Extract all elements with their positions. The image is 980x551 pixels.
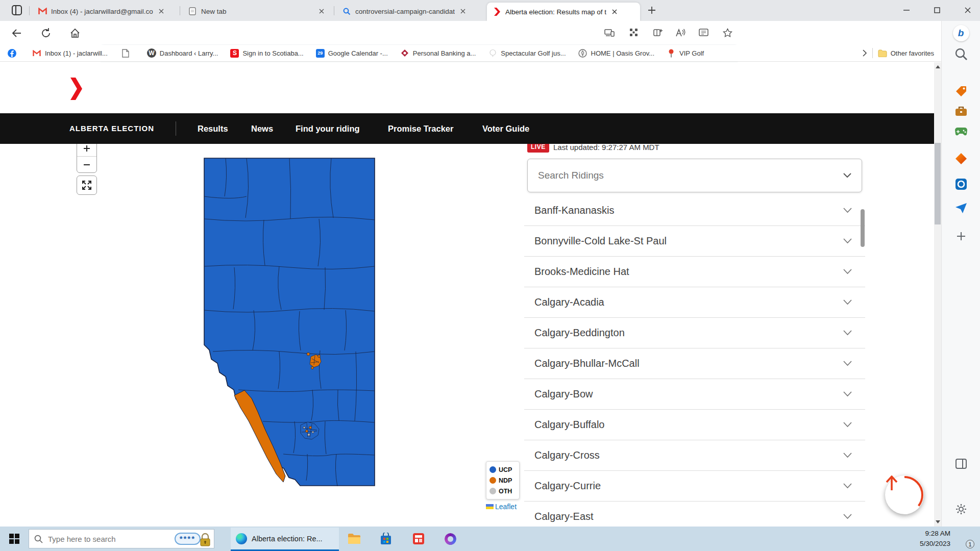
riding-row[interactable]: Calgary-Bhullar-McCall bbox=[524, 348, 865, 379]
nav-item-find-your-riding[interactable]: Find your riding bbox=[296, 124, 360, 134]
sidebar-search-icon[interactable] bbox=[954, 47, 968, 61]
bookmark-gmail-inbox[interactable]: Inbox (1) - jaclarwill... bbox=[32, 48, 108, 58]
riding-row[interactable]: Calgary-Currie bbox=[524, 471, 865, 502]
riding-row[interactable]: Banff-Kananaskis bbox=[524, 195, 865, 226]
read-aloud-icon[interactable] bbox=[675, 28, 686, 37]
sidebar-settings-gear-icon[interactable] bbox=[955, 504, 967, 515]
drop-icon[interactable] bbox=[955, 203, 967, 214]
nav-item-news[interactable]: News bbox=[251, 124, 273, 134]
m365-icon[interactable] bbox=[955, 153, 967, 165]
bookmarks-overflow-chevron[interactable] bbox=[862, 49, 867, 57]
password-widget[interactable]: **** bbox=[175, 533, 201, 545]
bookmark-spectacular-golf[interactable]: Spectacular Golf jus... bbox=[488, 48, 566, 58]
games-controller-icon[interactable] bbox=[954, 127, 968, 136]
riding-row[interactable]: Bonnyville-Cold Lake-St Paul bbox=[524, 226, 865, 257]
back-icon[interactable] bbox=[9, 26, 24, 40]
active-task-edge[interactable]: Alberta election: Re... bbox=[231, 528, 339, 551]
tab-close-icon[interactable] bbox=[157, 7, 165, 15]
scroll-to-top-button[interactable] bbox=[885, 475, 924, 514]
tab-close-icon[interactable] bbox=[459, 7, 467, 15]
new-tab-button[interactable] bbox=[647, 6, 656, 15]
bookmark-label: Inbox (1) - jaclarwill... bbox=[45, 49, 108, 57]
home-icon[interactable] bbox=[67, 26, 83, 40]
globalnews-header: Alberta election: Results map of the 202… bbox=[0, 62, 934, 113]
riding-row[interactable]: Calgary-Acadia bbox=[524, 287, 865, 318]
scrollbar-up-arrow[interactable] bbox=[934, 63, 941, 70]
browser-titlebar: Inbox (4) - jaclarwillard@gmail.co New t… bbox=[0, 0, 980, 21]
bookmark-home-oasis[interactable]: HOME | Oasis Grov... bbox=[578, 48, 654, 58]
immersive-reader-icon[interactable] bbox=[699, 28, 708, 37]
tab-actions-icon[interactable] bbox=[11, 5, 22, 16]
bookmark-blank-page[interactable] bbox=[121, 48, 134, 58]
riding-name: Banff-Kananaskis bbox=[534, 205, 614, 216]
riding-row[interactable]: Brooks-Medicine Hat bbox=[524, 257, 865, 287]
leaflet-link[interactable]: Leaflet bbox=[495, 503, 517, 511]
sidebar-panel-icon[interactable] bbox=[955, 459, 967, 469]
bookmark-facebook[interactable] bbox=[7, 48, 20, 58]
bookmark-wordpress[interactable]: W Dashboard ‹ Larry... bbox=[147, 48, 218, 58]
window-close-button[interactable] bbox=[955, 0, 980, 20]
nav-item-voter-guide[interactable]: Voter Guide bbox=[482, 124, 529, 134]
tab-close-icon[interactable] bbox=[317, 7, 326, 15]
dropdown-caret-icon[interactable] bbox=[843, 173, 851, 178]
page-scrollbar[interactable] bbox=[934, 62, 941, 527]
device-sync-icon[interactable] bbox=[604, 28, 615, 37]
other-favorites-folder[interactable]: Other favorites bbox=[878, 48, 934, 58]
loop-app-icon[interactable] bbox=[443, 532, 457, 546]
scrollbar-thumb[interactable] bbox=[935, 143, 941, 224]
zoom-in-button[interactable] bbox=[77, 144, 96, 157]
zoom-out-button[interactable] bbox=[77, 157, 96, 172]
riding-row[interactable]: Calgary-Bow bbox=[524, 379, 865, 410]
bookmark-personal-banking[interactable]: Personal Banking a... bbox=[400, 48, 476, 58]
outlook-icon[interactable] bbox=[955, 178, 967, 190]
riding-search-input[interactable] bbox=[538, 170, 834, 181]
apps-grid-icon[interactable] bbox=[629, 28, 639, 37]
briefcase-icon[interactable] bbox=[955, 106, 967, 117]
alberta-results-map[interactable] bbox=[203, 157, 376, 487]
tab-alberta-election[interactable]: Alberta election: Results map of t bbox=[487, 3, 640, 21]
news-app-icon[interactable] bbox=[411, 532, 426, 546]
file-explorer-icon[interactable] bbox=[347, 532, 361, 546]
riding-row[interactable]: Calgary-Buffalo bbox=[524, 410, 865, 440]
window-maximize-button[interactable] bbox=[925, 0, 949, 20]
tab-close-icon[interactable] bbox=[610, 8, 619, 16]
riding-row[interactable]: Calgary-Cross bbox=[524, 440, 865, 471]
nav-item-results[interactable]: Results bbox=[198, 124, 228, 134]
chevron-down-icon bbox=[843, 422, 852, 428]
window-minimize-button[interactable] bbox=[894, 0, 919, 20]
bookmark-scotiabank[interactable]: S Sign in to Scotiaba... bbox=[230, 49, 303, 58]
bing-discover-icon[interactable]: b bbox=[953, 25, 969, 41]
legend-label: OTH bbox=[499, 488, 512, 495]
bookmark-google-calendar[interactable]: 29 Google Calendar -... bbox=[316, 49, 388, 58]
taskbar-search-box[interactable]: **** bbox=[29, 529, 214, 548]
microsoft-store-icon[interactable] bbox=[379, 532, 393, 546]
bookmark-vip-golf[interactable]: VIP Golf bbox=[667, 48, 704, 58]
add-sidebar-item-icon[interactable] bbox=[956, 231, 966, 241]
map-fullscreen-button[interactable] bbox=[77, 176, 97, 195]
tab-newtab[interactable]: New tab bbox=[183, 3, 331, 20]
riding-search-box[interactable] bbox=[527, 159, 862, 192]
nav-item-promise-tracker[interactable]: Promise Tracker bbox=[388, 124, 453, 134]
last-updated-text: Last updated: 9:27:27 AM MDT bbox=[553, 144, 659, 152]
notification-count-badge: 1 bbox=[966, 540, 974, 548]
start-button[interactable] bbox=[7, 532, 21, 546]
riding-list-scrollbar[interactable] bbox=[861, 209, 865, 247]
globalnews-logo[interactable] bbox=[69, 77, 83, 101]
shopping-tag-icon[interactable] bbox=[955, 85, 967, 97]
taskbar-clock[interactable]: 9:28 AM 5/30/2023 bbox=[908, 529, 950, 549]
refresh-icon[interactable] bbox=[38, 26, 54, 40]
leaflet-attribution[interactable]: Leaflet bbox=[486, 503, 517, 511]
tab-search-result[interactable]: controversial-campaign-candidat bbox=[337, 3, 484, 20]
tab-gmail[interactable]: Inbox (4) - jaclarwillard@gmail.co bbox=[33, 3, 178, 20]
riding-row[interactable]: Calgary-East bbox=[524, 502, 865, 527]
search-icon bbox=[34, 535, 43, 543]
bookmarks-bar: Inbox (1) - jaclarwill... W Dashboard ‹ … bbox=[0, 45, 941, 62]
riding-row[interactable]: Calgary-Beddington bbox=[524, 318, 865, 348]
tab-separator bbox=[334, 6, 334, 15]
legend-row-ucp: UCP bbox=[489, 464, 516, 475]
split-screen-icon[interactable] bbox=[653, 28, 663, 37]
scrollbar-down-arrow[interactable] bbox=[934, 518, 941, 525]
bookmarks-divider bbox=[872, 48, 873, 58]
favorite-star-icon[interactable] bbox=[723, 28, 732, 37]
taskbar-search-input[interactable] bbox=[48, 535, 150, 543]
